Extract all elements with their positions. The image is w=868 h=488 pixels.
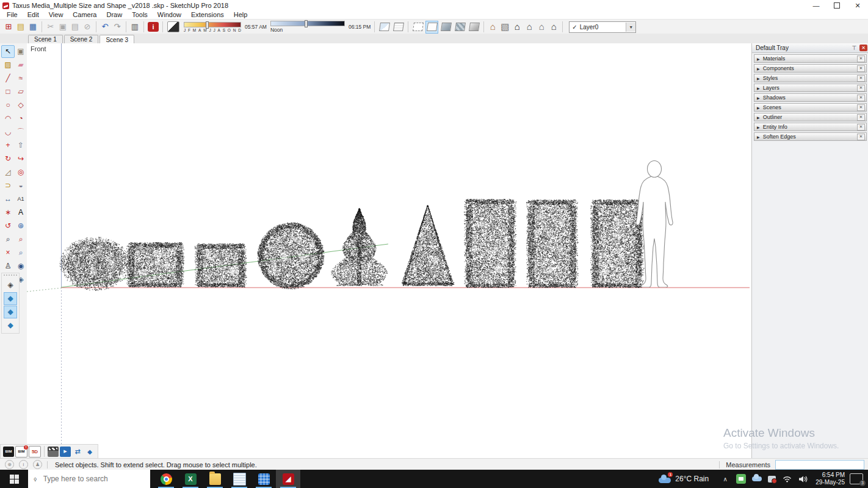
- follow-me-tool[interactable]: ↪: [14, 152, 27, 165]
- panel-close-icon[interactable]: ✕: [857, 85, 865, 92]
- style-back-edges-button[interactable]: [392, 21, 405, 34]
- paint-bucket-tool[interactable]: ▨: [1, 59, 15, 71]
- chevron-down-icon[interactable]: ▾: [626, 23, 635, 32]
- tray-panel-components[interactable]: ▶Components✕: [754, 64, 867, 73]
- style-x-ray-button[interactable]: [378, 21, 391, 34]
- start-button[interactable]: [0, 470, 28, 488]
- select-magic-button[interactable]: ◆: [84, 447, 95, 457]
- notification-center-icon[interactable]: 3: [850, 473, 863, 484]
- scene-tab-scene-1[interactable]: Scene 1: [28, 35, 63, 43]
- chevron-up-icon[interactable]: ∧: [720, 474, 730, 484]
- panel-close-icon[interactable]: ✕: [857, 114, 865, 121]
- menu-extensions[interactable]: Extensions: [186, 11, 229, 19]
- plugin-tool-1[interactable]: ◆: [4, 292, 17, 305]
- menu-camera[interactable]: Camera: [68, 11, 101, 19]
- credits-icon[interactable]: i: [19, 460, 28, 469]
- pie-tool[interactable]: ◔: [14, 112, 27, 125]
- usb-device-icon[interactable]: [768, 476, 776, 483]
- style-hidden-line-button[interactable]: [425, 21, 438, 34]
- 3d-text-tool[interactable]: A: [14, 206, 27, 219]
- taskbar-app-notepad[interactable]: [227, 470, 251, 488]
- measurements-input[interactable]: [775, 460, 864, 470]
- onedrive-icon[interactable]: [752, 474, 762, 484]
- rotate-tool[interactable]: ↻: [1, 152, 15, 165]
- bim-5d-button[interactable]: 5D: [29, 446, 41, 458]
- layer-dropdown[interactable]: ✓Layer0▾: [569, 21, 636, 33]
- zoom-tool[interactable]: ⌕: [1, 233, 15, 246]
- expand-arrow-icon[interactable]: ▶: [757, 115, 760, 120]
- paste-button[interactable]: ▤: [69, 21, 81, 33]
- menu-tools[interactable]: Tools: [127, 11, 153, 19]
- sign-in-icon[interactable]: ♟: [33, 460, 42, 469]
- look-around-tool[interactable]: ◉: [14, 260, 27, 273]
- taskbar-app-calculator[interactable]: [251, 470, 276, 488]
- rectangle-tool[interactable]: □: [1, 85, 15, 98]
- taskbar-app-excel[interactable]: X: [178, 470, 203, 488]
- tray-panel-scenes[interactable]: ▶Scenes✕: [754, 103, 867, 112]
- make-component-tool[interactable]: ▣: [14, 45, 27, 58]
- text-tool[interactable]: A1: [14, 193, 27, 206]
- scene-tab-scene-3[interactable]: Scene 3: [99, 35, 134, 44]
- polygon-tool[interactable]: ◇: [14, 99, 27, 112]
- components-browser-button[interactable]: ⌂: [548, 21, 560, 33]
- taskbar-clock[interactable]: 6:54 PM 29-May-25: [816, 472, 845, 487]
- panel-close-icon[interactable]: ✕: [857, 124, 865, 131]
- get-models-button[interactable]: ⌂: [511, 21, 523, 33]
- dimension-tool[interactable]: ↔: [1, 193, 15, 206]
- person-figure[interactable]: [632, 160, 676, 287]
- delete-button[interactable]: ⊘: [81, 21, 93, 33]
- time-slider-bar[interactable]: [270, 21, 345, 26]
- offset-tool[interactable]: ◎: [14, 166, 27, 179]
- move-tool[interactable]: +: [1, 139, 15, 152]
- menu-file[interactable]: File: [2, 11, 23, 19]
- style-shaded-with-textures-button[interactable]: [454, 21, 466, 34]
- wifi-icon[interactable]: [782, 474, 792, 484]
- plugin-tool-3[interactable]: ◆: [4, 319, 17, 332]
- zoom-window-tool[interactable]: ⌕: [14, 233, 27, 246]
- expand-arrow-icon[interactable]: ▶: [757, 135, 760, 139]
- menu-help[interactable]: Help: [229, 11, 253, 19]
- animation-button[interactable]: [48, 447, 59, 457]
- zoom-previous-tool[interactable]: ⌕: [14, 246, 27, 259]
- presentation-button[interactable]: ▶: [60, 447, 71, 457]
- sync-button[interactable]: ⇄: [72, 447, 83, 457]
- tray-close-icon[interactable]: ✕: [859, 45, 867, 51]
- section-display-toggle[interactable]: ◈: [4, 279, 17, 292]
- style-monochrome-button[interactable]: [468, 21, 480, 34]
- tray-panel-layers[interactable]: ▶Layers✕: [754, 84, 867, 92]
- teams-chat-icon[interactable]: [736, 474, 746, 484]
- tray-panel-styles[interactable]: ▶Styles✕: [754, 74, 867, 82]
- cut-button[interactable]: ✂: [45, 21, 57, 33]
- extension-warehouse-button[interactable]: ⌂: [535, 21, 548, 33]
- menu-window[interactable]: Window: [153, 11, 186, 19]
- new-button[interactable]: ⊞: [2, 21, 15, 33]
- geolocation-icon[interactable]: ⊕: [5, 460, 14, 469]
- share-component-button[interactable]: ⌂: [523, 21, 535, 33]
- shadow-toggle-button[interactable]: [167, 21, 179, 32]
- menu-draw[interactable]: Draw: [101, 11, 127, 19]
- style-wireframe-button[interactable]: [411, 21, 424, 34]
- three-point-arc-tool[interactable]: ⌒: [14, 126, 27, 138]
- taskbar-app-sketchup[interactable]: ◢: [276, 470, 300, 488]
- expand-arrow-icon[interactable]: ▶: [757, 76, 760, 81]
- menu-edit[interactable]: Edit: [23, 11, 44, 19]
- drawing-viewport[interactable]: Front: [27, 43, 751, 459]
- expand-arrow-icon[interactable]: ▶: [757, 57, 760, 61]
- panel-close-icon[interactable]: ✕: [857, 104, 865, 111]
- taskbar-app-chrome[interactable]: [154, 470, 178, 488]
- arc-tool[interactable]: ◠: [1, 112, 15, 125]
- scale-tool[interactable]: ◿: [1, 166, 15, 179]
- expand-arrow-icon[interactable]: ▶: [757, 86, 760, 90]
- share-model-button[interactable]: ▧: [499, 21, 511, 33]
- redo-button[interactable]: ↷: [111, 21, 123, 33]
- close-button[interactable]: ✕: [847, 0, 868, 11]
- zoom-extents-tool[interactable]: ×: [1, 246, 15, 259]
- panel-close-icon[interactable]: ✕: [857, 65, 865, 72]
- panel-close-icon[interactable]: ✕: [857, 95, 865, 101]
- two-point-arc-tool[interactable]: ◡: [1, 126, 15, 138]
- panel-close-icon[interactable]: ✕: [857, 75, 865, 82]
- plugin-tool-2[interactable]: ◆: [4, 306, 17, 318]
- tray-panel-materials[interactable]: ▶Materials✕: [754, 54, 867, 63]
- eraser-tool[interactable]: ▰: [14, 59, 27, 71]
- 3d-warehouse-button[interactable]: ⌂: [486, 21, 499, 33]
